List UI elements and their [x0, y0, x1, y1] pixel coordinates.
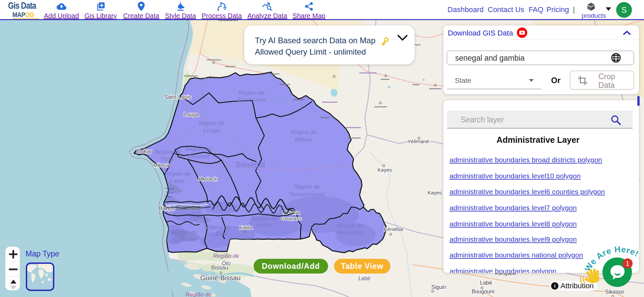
- svg-text:Région de: Région de: [238, 90, 265, 96]
- svg-text:Guiné-Bissau: Guiné-Bissau: [200, 274, 240, 282]
- svg-text:1: 1: [626, 260, 629, 267]
- svg-text:Kolda: Kolda: [239, 225, 253, 230]
- svg-text:Oio: Oio: [222, 260, 230, 266]
- svg-text:Région de: Région de: [204, 224, 230, 230]
- svg-text:Région de: Région de: [165, 171, 191, 177]
- svg-text:Kédougou: Kédougou: [337, 229, 363, 236]
- svg-text:Région de: Région de: [294, 184, 320, 190]
- svg-text:Région de: Région de: [155, 149, 181, 155]
- svg-text:Kolda: Kolda: [257, 222, 271, 228]
- svg-text:Kéniéba: Kéniéba: [384, 226, 403, 232]
- svg-text:Louga: Louga: [184, 112, 199, 117]
- svg-text:Saint-Louis: Saint-Louis: [237, 97, 266, 103]
- svg-text:Sédhiou: Sédhiou: [207, 231, 228, 237]
- svg-text:Région de: Région de: [290, 129, 317, 135]
- svg-text:Banjul: Banjul: [159, 205, 174, 212]
- svg-text:Fatick: Fatick: [169, 178, 185, 184]
- svg-text:Thiès: Thiès: [160, 156, 174, 163]
- svg-text:Diourbel: Diourbel: [188, 153, 210, 160]
- svg-text:Região de: Região de: [185, 291, 212, 297]
- svg-text:Région de: Région de: [171, 229, 197, 236]
- svg-text:Labé: Labé: [358, 276, 370, 281]
- svg-text:Labé: Labé: [480, 280, 492, 286]
- svg-text:Gounass: Gounass: [281, 216, 302, 221]
- svg-text:Bougouni: Bougouni: [472, 289, 494, 294]
- svg-text:Kayes: Kayes: [427, 190, 442, 195]
- svg-text:Région de: Région de: [337, 223, 363, 229]
- svg-text:M'bour: M'bour: [154, 162, 169, 168]
- svg-text:Yélimané: Yélimané: [408, 138, 429, 144]
- svg-text:Tambacounda: Tambacounda: [289, 191, 325, 197]
- svg-text:Louga: Louga: [203, 127, 219, 134]
- svg-text:Dakar: Dakar: [137, 148, 152, 155]
- svg-text:Saint-Louis: Saint-Louis: [164, 94, 191, 100]
- svg-text:Région de: Région de: [251, 215, 277, 222]
- svg-text:Siguiri: Siguiri: [431, 284, 446, 290]
- svg-text:Ziguinchor: Ziguinchor: [170, 237, 198, 243]
- svg-text:Região de: Região de: [213, 253, 239, 259]
- svg-text:Région de: Région de: [185, 146, 212, 152]
- svg-text:Matam: Matam: [295, 136, 312, 143]
- svg-text:Kayes: Kayes: [377, 167, 392, 173]
- svg-text:Région de: Région de: [198, 120, 224, 126]
- svg-text:Sénégal: Sénégal: [235, 160, 265, 169]
